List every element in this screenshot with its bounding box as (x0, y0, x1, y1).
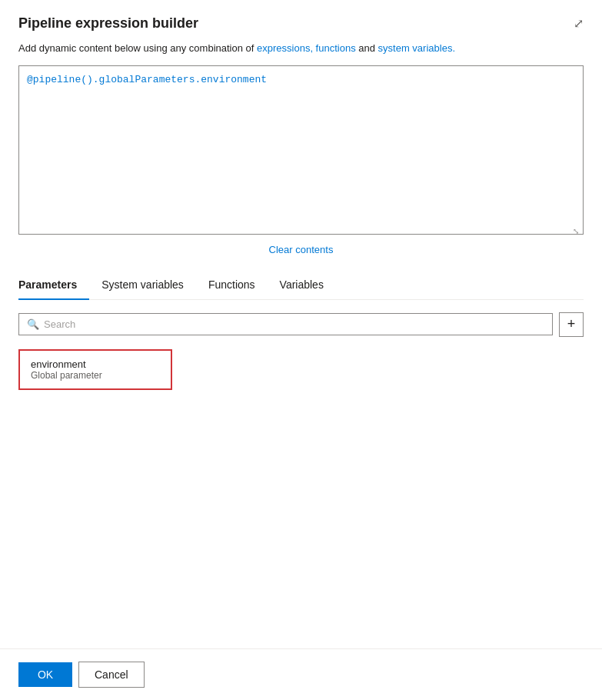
cancel-button[interactable]: Cancel (78, 662, 145, 688)
expressions-link[interactable]: expressions, functions (257, 42, 356, 54)
expression-editor[interactable] (18, 65, 584, 235)
tab-variables[interactable]: Variables (268, 271, 336, 300)
tab-functions[interactable]: Functions (196, 271, 268, 300)
description-text: Add dynamic content below using any comb… (18, 41, 584, 56)
dialog-body: Add dynamic content below using any comb… (0, 41, 602, 700)
clear-contents-button[interactable]: Clear contents (18, 244, 584, 255)
resize-handle-icon: ⤡ (573, 227, 582, 236)
search-wrapper: 🔍 (18, 313, 553, 335)
system-variables-link[interactable]: system variables. (378, 42, 455, 54)
search-icon: 🔍 (27, 318, 39, 330)
ok-button[interactable]: OK (18, 662, 72, 687)
parameter-item-environment[interactable]: environment Global parameter (18, 349, 172, 390)
add-parameter-button[interactable]: + (559, 312, 584, 337)
dialog-header: Pipeline expression builder ⤢ (0, 0, 602, 41)
pipeline-expression-builder-dialog: Pipeline expression builder ⤢ Add dynami… (0, 0, 602, 700)
tabs-container: Parameters System variables Functions Va… (18, 271, 584, 300)
parameter-list: environment Global parameter (18, 349, 584, 390)
search-input[interactable] (44, 318, 544, 330)
parameter-type: Global parameter (31, 370, 160, 381)
code-editor-wrapper: ⤡ (18, 65, 584, 238)
tab-system-variables[interactable]: System variables (89, 271, 196, 300)
dialog-title: Pipeline expression builder (18, 15, 198, 32)
tab-parameters[interactable]: Parameters (18, 271, 89, 300)
search-row: 🔍 + (18, 312, 584, 337)
parameter-name: environment (31, 358, 160, 370)
expand-icon[interactable]: ⤢ (574, 16, 584, 31)
dialog-footer: OK Cancel (0, 648, 602, 700)
